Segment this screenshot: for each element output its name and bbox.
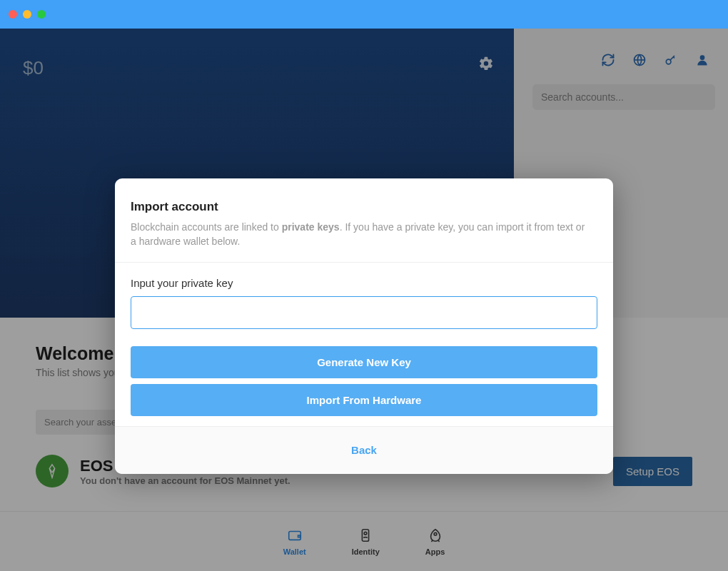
modal-title: Import account — [131, 200, 597, 214]
window-titlebar — [0, 0, 728, 29]
private-key-label: Input your private key — [131, 277, 597, 289]
private-key-input[interactable] — [131, 296, 597, 329]
back-button[interactable]: Back — [351, 444, 377, 456]
minimize-window-button[interactable] — [23, 10, 31, 19]
modal-description: Blockchain accounts are linked to privat… — [131, 220, 587, 249]
maximize-window-button[interactable] — [37, 10, 46, 19]
generate-new-key-button[interactable]: Generate New Key — [131, 346, 597, 378]
import-account-modal: Import account Blockchain accounts are l… — [115, 178, 613, 474]
close-window-button[interactable] — [9, 10, 17, 19]
import-from-hardware-button[interactable]: Import From Hardware — [131, 384, 597, 416]
